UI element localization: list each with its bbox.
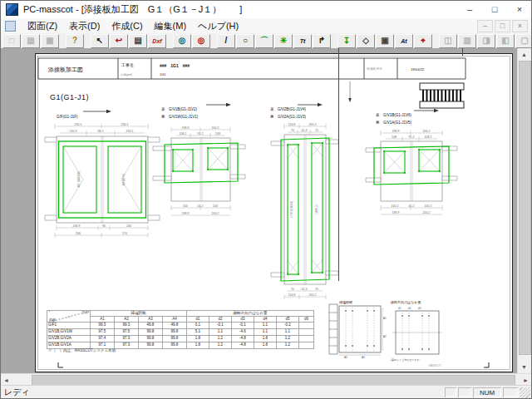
scroll-left-button[interactable]: ◄ bbox=[0, 374, 12, 386]
dim: 480(489.0) bbox=[122, 174, 126, 186]
text-tool-button[interactable]: Tt bbox=[293, 34, 312, 48]
zoom-window-button[interactable]: ◎ bbox=[192, 34, 210, 48]
dim: 100.1 bbox=[392, 204, 399, 208]
measurement-table-wrap: 寸法名称縁端距離橋軸方向のはなれ量A1A2A3A4d1d2d3d4d5d6G/F… bbox=[47, 310, 314, 349]
table-cell: 1.2 bbox=[277, 336, 299, 342]
print-button[interactable]: ▤ bbox=[129, 34, 147, 48]
undo-arrow-button[interactable]: ↩ bbox=[110, 34, 128, 48]
child-restore-button[interactable]: □ bbox=[495, 20, 510, 32]
circle-tool-button[interactable]: ○ bbox=[236, 34, 254, 48]
adjust-tool-button[interactable]: ⌖ bbox=[414, 34, 432, 48]
scroll-down-button[interactable]: ▼ bbox=[518, 361, 530, 373]
drawing-canvas[interactable]: 添接板加工図 工事名 (工事番号) ### 1G1 ### 1G1 作成年月日 … bbox=[0, 48, 518, 373]
date-label: 作成年月日 bbox=[367, 66, 382, 71]
maximize-button[interactable]: □ bbox=[482, 0, 507, 18]
select-tool-button[interactable]: ↖ bbox=[91, 34, 109, 48]
corner-bottom-label: 名称 bbox=[49, 318, 56, 322]
table-note: ※（ ）内は、MASSCOTシステム名称 bbox=[48, 348, 116, 352]
date-value: 19/04/22 bbox=[411, 67, 425, 71]
toolbar-group: ↧◇▣At⌖ bbox=[337, 34, 433, 48]
toolbar-group: ◫▥◨◧▢◪▩ bbox=[439, 34, 532, 48]
polyline-tool-button[interactable]: ↱ bbox=[313, 34, 331, 48]
toolbar: □▤▦?↖↩▤Dxf◎◎/○⌒✳Tt↱↧◇▣At⌖◫▥◨◧▢◪▩◀▶ bbox=[0, 33, 532, 49]
table-cell: 97.5 bbox=[91, 329, 115, 336]
table-cell bbox=[299, 329, 314, 336]
status-panes: NUM bbox=[443, 387, 530, 398]
dim: 91.2 bbox=[409, 135, 415, 139]
arc-tool-button[interactable]: ⌒ bbox=[255, 34, 273, 48]
scroll-up-button[interactable]: ▲ bbox=[518, 48, 530, 61]
table-cell: 1.1 bbox=[209, 329, 232, 336]
child-window-controls: – □ × bbox=[475, 20, 528, 32]
dim: 100 bbox=[213, 204, 218, 208]
sheet-main-title: G1(G1-J1) bbox=[50, 93, 89, 101]
help-button[interactable]: ? bbox=[66, 34, 84, 48]
dim: 265.2 bbox=[309, 123, 317, 126]
vertical-scroll-thumb[interactable] bbox=[519, 61, 531, 355]
detail2-note: （基線より上側を正とする） bbox=[389, 358, 421, 362]
table-cell: 1.2 bbox=[277, 342, 299, 349]
table-corner-cell: 寸法名称 bbox=[47, 311, 91, 323]
minimize-button[interactable]: – bbox=[457, 0, 482, 18]
insert-symbol-button[interactable]: ↧ bbox=[337, 34, 356, 48]
table-cell: 5.1 bbox=[187, 329, 209, 336]
toolbar-group: □▤▦ bbox=[2, 34, 60, 48]
dim: 108 bbox=[392, 135, 397, 139]
toolbar-group: /○⌒✳Tt↱ bbox=[217, 34, 332, 48]
line-tool-button[interactable]: / bbox=[217, 34, 235, 48]
table-col-header-A1: A1 bbox=[91, 317, 115, 323]
web3-back-label: 裏 G/V1A(G1-J1V5) bbox=[376, 121, 412, 125]
font-tool-button[interactable]: At bbox=[395, 34, 413, 48]
dim: 91.2 bbox=[198, 132, 204, 135]
open-folder-button: ▤ bbox=[22, 34, 40, 48]
save-button: ▦ bbox=[41, 34, 59, 48]
zoom-in-button[interactable]: ◎ bbox=[173, 34, 191, 48]
table-col-header-d3: d3 bbox=[232, 317, 254, 323]
dim: 198.9 bbox=[182, 126, 190, 130]
child-minimize-button[interactable]: – bbox=[477, 20, 493, 32]
dxf-export-button[interactable]: Dxf bbox=[148, 34, 166, 48]
dim: 98.1 bbox=[98, 130, 104, 133]
doc-title: 添接板加工図 bbox=[47, 66, 83, 73]
project-value2: 1G1 bbox=[160, 72, 166, 76]
table-cell: 1.8 bbox=[187, 336, 209, 342]
resize-grip[interactable] bbox=[520, 387, 530, 398]
new-file-button: □ bbox=[2, 34, 21, 48]
table-col-header-d5: d5 bbox=[277, 317, 299, 323]
table-group-header-2: 橋軸方向のはなれ量 bbox=[187, 311, 314, 317]
table-row-name: G/V2B,G/V2A bbox=[47, 336, 91, 342]
close-button[interactable]: × bbox=[507, 0, 532, 18]
menu-bar: 図面(Z) 表示(D) 作成(C) 編集(M) ヘルプ(H) – □ × bbox=[0, 18, 532, 34]
table-col-header-A2: A2 bbox=[115, 317, 139, 323]
table-cell: -0.1 bbox=[209, 323, 232, 329]
scroll-right-button[interactable]: ► bbox=[520, 374, 532, 386]
tag-tool-button[interactable]: ◇ bbox=[357, 34, 375, 48]
project-label: 工事名 bbox=[121, 62, 134, 67]
copy-sheet-button[interactable]: ▣ bbox=[376, 34, 394, 48]
point-tool-button[interactable]: ✳ bbox=[274, 34, 293, 48]
dim: 114.8 bbox=[288, 293, 296, 297]
table-cell: 99.8 bbox=[139, 336, 163, 342]
table-col-header-d6: d6 bbox=[299, 317, 314, 323]
dim: 108.1 bbox=[180, 132, 187, 135]
view-tool-3-button: ◨ bbox=[477, 34, 495, 48]
menu-help[interactable]: ヘルプ(H) bbox=[192, 19, 244, 33]
child-close-button[interactable]: × bbox=[512, 20, 528, 32]
menu-view[interactable]: 表示(D) bbox=[63, 19, 106, 33]
dim: A2 bbox=[383, 335, 387, 338]
menu-create[interactable]: 作成(C) bbox=[106, 19, 148, 33]
document-icon[interactable] bbox=[5, 21, 16, 32]
table-cell: -0.2 bbox=[277, 323, 299, 329]
table-cell: 0.1 bbox=[187, 323, 209, 329]
vertical-scrollbar[interactable]: ▲ ▼ bbox=[517, 48, 531, 373]
table-cell: 99.8 bbox=[139, 329, 163, 336]
menu-edit[interactable]: 編集(M) bbox=[149, 19, 193, 33]
table-cell: -4.8 bbox=[232, 336, 254, 342]
dim: 70 bbox=[315, 129, 318, 132]
dim: 235.5 bbox=[75, 123, 82, 126]
dim: A1 bbox=[383, 317, 387, 320]
menu-drawing[interactable]: 図面(Z) bbox=[22, 19, 63, 33]
status-pane-4 bbox=[503, 387, 518, 397]
table-col-header-d2: d2 bbox=[209, 317, 232, 323]
table-cell: 97.5 bbox=[115, 329, 139, 336]
